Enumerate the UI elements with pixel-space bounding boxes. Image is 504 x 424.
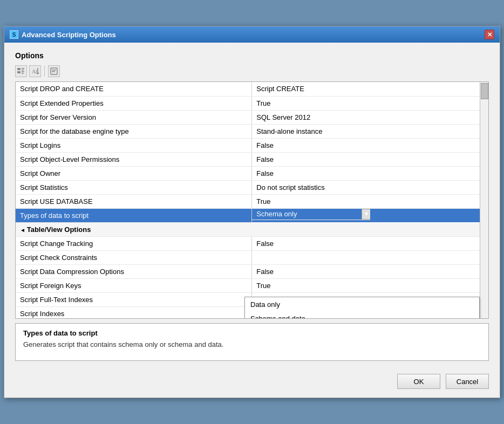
table-row[interactable]: Script Foreign Keys True: [16, 278, 488, 292]
app-icon: S: [10, 30, 18, 39]
option-label: Script Indexes: [16, 306, 252, 318]
toolbar: AZ: [15, 65, 489, 77]
option-label: Script DROP and CREATE: [16, 82, 252, 96]
table-scroll[interactable]: Script DROP and CREATE Script CREATE Scr…: [16, 82, 488, 318]
dropdown-popup: Data onlySchema and dataSchema only: [244, 297, 480, 319]
option-value: Script CREATE: [252, 82, 488, 96]
option-label: Script Extended Properties: [16, 96, 252, 110]
table-row[interactable]: Script USE DATABASE True: [16, 194, 488, 208]
option-value: False: [252, 166, 488, 180]
svg-rect-5: [22, 73, 24, 74]
dialog-title: Advanced Scripting Options: [22, 31, 116, 39]
section-label: Table/View Options: [16, 222, 488, 236]
table-row[interactable]: Script Check Constraints: [16, 250, 488, 264]
option-label: Script Statistics: [16, 180, 252, 194]
ok-button[interactable]: OK: [397, 374, 440, 389]
table-row[interactable]: Types of data to script Schema only ▼: [16, 208, 488, 222]
svg-rect-1: [17, 71, 21, 73]
close-button[interactable]: ✕: [485, 30, 494, 39]
table-row[interactable]: Script Statistics Do not script statisti…: [16, 180, 488, 194]
svg-rect-4: [22, 71, 24, 72]
option-value: False: [252, 138, 488, 152]
info-title: Types of data to script: [23, 329, 481, 337]
option-value[interactable]: Schema only ▼: [252, 209, 370, 220]
dialog-body: Options AZ Script DROP and CREATE Script…: [4, 43, 500, 367]
table-row[interactable]: Script Logins False: [16, 138, 488, 152]
option-label: Script for the database engine type: [16, 124, 252, 138]
table-row[interactable]: Script Data Compression Options False: [16, 264, 488, 278]
scrollbar-track[interactable]: [480, 82, 488, 318]
option-value: False: [252, 264, 488, 278]
options-table-container: Script DROP and CREATE Script CREATE Scr…: [15, 81, 489, 319]
dropdown-option[interactable]: Data only: [245, 297, 479, 311]
table-row[interactable]: Table/View Options: [16, 222, 488, 236]
table-row[interactable]: Script DROP and CREATE Script CREATE: [16, 82, 488, 96]
option-label: Script Check Constraints: [16, 250, 252, 264]
option-label: Script Object-Level Permissions: [16, 152, 252, 166]
option-label: Script for Server Version: [16, 110, 252, 124]
toolbar-categorize-btn[interactable]: [15, 65, 27, 77]
option-label: Script Foreign Keys: [16, 278, 252, 292]
info-description: Generates script that contains schema on…: [23, 339, 481, 350]
option-label: Script Full-Text Indexes: [16, 292, 252, 306]
option-value: False: [252, 236, 488, 250]
option-value: False: [252, 152, 488, 166]
table-row[interactable]: Script Extended Properties True: [16, 96, 488, 110]
toolbar-properties-btn[interactable]: [48, 65, 60, 77]
options-heading: Options: [15, 51, 489, 60]
title-bar: S Advanced Scripting Options ✕: [4, 26, 500, 43]
option-label: Script Data Compression Options: [16, 264, 252, 278]
footer: OK Cancel: [4, 367, 500, 398]
svg-rect-12: [52, 71, 55, 72]
svg-rect-2: [22, 68, 24, 69]
option-label: Script Logins: [16, 138, 252, 152]
cancel-button[interactable]: Cancel: [446, 374, 489, 389]
option-label: Types of data to script: [16, 208, 252, 222]
table-row[interactable]: Script for the database engine type Stan…: [16, 124, 488, 138]
option-value: True: [252, 96, 488, 110]
option-value: [252, 250, 488, 264]
table-row[interactable]: Script for Server Version SQL Server 201…: [16, 110, 488, 124]
svg-rect-11: [52, 70, 56, 71]
options-table: Script DROP and CREATE Script CREATE Scr…: [16, 82, 488, 318]
svg-rect-3: [22, 70, 24, 71]
dropdown-arrow-icon[interactable]: ▼: [362, 209, 370, 220]
dropdown-option[interactable]: Schema and data: [245, 311, 479, 319]
option-value: Stand-alone instance: [252, 124, 488, 138]
option-value: Do not script statistics: [252, 180, 488, 194]
svg-rect-0: [17, 68, 21, 70]
table-row[interactable]: Script Change Tracking False: [16, 236, 488, 250]
toolbar-sort-btn[interactable]: AZ: [29, 65, 41, 77]
option-value: True: [252, 194, 488, 208]
option-value: True: [252, 278, 488, 292]
advanced-scripting-options-dialog: S Advanced Scripting Options ✕ Options A…: [4, 26, 500, 398]
table-row[interactable]: Script Object-Level Permissions False: [16, 152, 488, 166]
info-box: Types of data to script Generates script…: [15, 323, 489, 361]
option-label: Script Owner: [16, 166, 252, 180]
toolbar-separator: [44, 66, 45, 77]
option-label: Script USE DATABASE: [16, 194, 252, 208]
option-value: SQL Server 2012: [252, 110, 488, 124]
table-row[interactable]: Script Owner False: [16, 166, 488, 180]
option-label: Script Change Tracking: [16, 236, 252, 250]
